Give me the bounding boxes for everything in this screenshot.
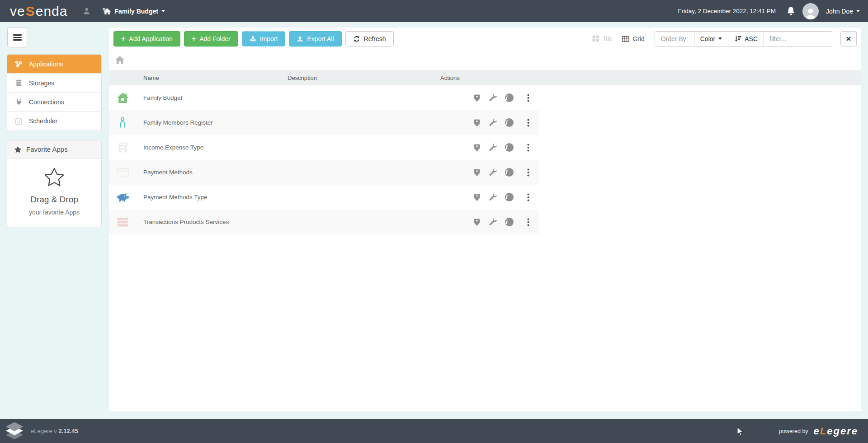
powered-by-label: powered by (779, 428, 808, 434)
home-icon[interactable] (115, 56, 125, 65)
table-row[interactable]: Payment Methods i (109, 160, 539, 185)
tag-icon[interactable] (472, 193, 481, 202)
tag-icon[interactable] (472, 143, 481, 152)
kebab-menu-icon[interactable] (527, 218, 529, 226)
grid-view-icon (622, 35, 629, 42)
notifications-bell-icon[interactable] (787, 6, 795, 16)
table-row[interactable]: Payment Methods Type i (109, 185, 539, 210)
table-row[interactable]: Income Expense Type i (109, 135, 539, 160)
drag-drop-label: Drag & Drop (12, 195, 97, 205)
info-icon[interactable]: i (505, 168, 514, 177)
logo-text-accent: S (26, 4, 35, 19)
row-name: Transactions Products Services (136, 219, 280, 225)
clear-filter-button[interactable]: × (840, 31, 857, 47)
sidebar-item-scheduler[interactable]: Scheduler (7, 112, 101, 131)
close-icon: × (846, 34, 851, 44)
wrench-icon[interactable] (489, 143, 498, 152)
wrench-icon[interactable] (489, 193, 498, 202)
current-app-name: Family Budget (114, 8, 158, 15)
credit-card-icon (109, 168, 136, 177)
user-name-label: John Doe (826, 8, 853, 15)
add-folder-button[interactable]: + Add Folder (184, 31, 238, 47)
kebab-menu-icon[interactable] (527, 193, 529, 201)
tag-icon[interactable] (472, 118, 481, 127)
drag-drop-sublabel: your favorite Apps (12, 209, 97, 216)
app-version: eLegere v 2.12.45 (31, 428, 78, 434)
tile-view-icon (592, 35, 599, 42)
order-by-field-dropdown[interactable]: Color (694, 32, 728, 46)
wrench-icon[interactable] (489, 118, 498, 127)
favorite-apps-dropzone[interactable]: Drag & Drop your favorite Apps (7, 159, 101, 227)
app-switcher-menu[interactable]: Family Budget (102, 7, 165, 15)
upload-icon (297, 35, 303, 42)
database-icon (14, 79, 23, 87)
tile-view-toggle[interactable]: Tile (592, 35, 612, 42)
sidebar: Applications Storages Connections Schedu… (7, 28, 101, 411)
download-icon (250, 35, 256, 42)
sidebar-item-storages[interactable]: Storages (7, 74, 101, 93)
version-prefix: eLegere v (31, 428, 58, 434)
chevron-down-icon (161, 10, 165, 12)
import-button[interactable]: Import (242, 31, 286, 47)
add-application-button[interactable]: + Add Application (113, 31, 180, 47)
sidebar-item-applications[interactable]: Applications (7, 55, 101, 74)
star-outline-icon (12, 168, 97, 188)
table-row[interactable]: Family Budget i (109, 85, 539, 110)
header-description: Description (280, 70, 433, 85)
piggy-bank-icon (109, 192, 136, 203)
row-description (280, 210, 433, 234)
coins-icon (109, 142, 136, 153)
tag-icon[interactable] (472, 168, 481, 177)
refresh-icon (353, 35, 360, 42)
sort-direction-label: ASC (745, 35, 758, 42)
sidebar-collapse-button[interactable] (7, 28, 27, 47)
wrench-icon[interactable] (489, 168, 498, 177)
sidebar-item-connections[interactable]: Connections (7, 93, 101, 112)
kebab-menu-icon[interactable] (527, 144, 529, 152)
app-house-gear-icon (102, 7, 111, 15)
info-icon[interactable]: i (505, 93, 514, 102)
info-icon[interactable]: i (505, 193, 514, 201)
header-name: Name (136, 75, 280, 81)
logo-text-post: enda (36, 4, 68, 19)
user-avatar[interactable] (802, 3, 819, 19)
version-number: 2.12.45 (58, 428, 78, 434)
filter-input[interactable] (764, 32, 833, 46)
kebab-menu-icon[interactable] (527, 168, 529, 177)
user-menu[interactable]: John Doe (826, 8, 860, 15)
calendar-check-icon (14, 117, 23, 125)
brand-pre: e (814, 425, 820, 437)
table-row[interactable]: Transactions Products Services i (109, 210, 539, 234)
content-panel: + Add Application + Add Folder Import Ex… (109, 28, 861, 411)
refresh-button[interactable]: Refresh (345, 31, 394, 47)
kebab-menu-icon[interactable] (527, 119, 529, 127)
layers-icon (3, 420, 26, 443)
row-name: Family Budget (136, 94, 280, 101)
info-icon[interactable]: i (505, 118, 514, 127)
row-description (280, 110, 433, 135)
refresh-label: Refresh (364, 35, 386, 42)
house-icon (109, 92, 136, 103)
applications-toolbar: + Add Application + Add Folder Import Ex… (109, 28, 861, 50)
apps-icon (14, 60, 23, 68)
tag-icon[interactable] (472, 93, 481, 103)
import-label: Import (260, 35, 278, 42)
row-description (280, 85, 433, 110)
plus-icon: + (121, 35, 125, 42)
grid-view-toggle[interactable]: Grid (622, 35, 644, 42)
tag-icon[interactable] (472, 218, 481, 227)
info-icon[interactable]: i (505, 143, 514, 152)
sidebar-item-label: Connections (29, 98, 64, 106)
table-row[interactable]: Family Members Register i (109, 110, 539, 135)
tile-label: Tile (602, 35, 612, 42)
kebab-menu-icon[interactable] (527, 94, 529, 102)
top-bar: veSenda Family Budget Friday, 2 December… (0, 0, 868, 22)
wrench-icon[interactable] (489, 218, 498, 227)
export-all-button[interactable]: Export All (289, 31, 341, 47)
datetime-label: Friday, 2 December 2022, 12:41 PM (678, 8, 776, 14)
row-name: Payment Methods Type (136, 194, 280, 201)
export-all-label: Export All (307, 35, 334, 42)
sort-direction-button[interactable]: ASC (728, 32, 764, 46)
info-icon[interactable]: i (505, 218, 514, 226)
wrench-icon[interactable] (489, 93, 498, 103)
